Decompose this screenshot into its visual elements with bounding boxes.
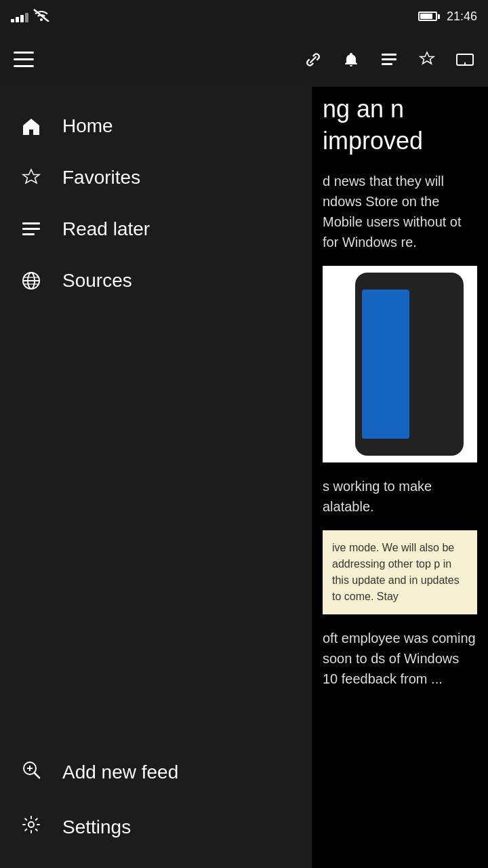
star-icon xyxy=(19,167,43,188)
article-body-2: s working to make alatable. xyxy=(323,476,477,517)
sidebar-item-settings[interactable]: Settings xyxy=(0,800,312,854)
sidebar-item-add-feed[interactable]: Add new feed xyxy=(0,745,312,800)
battery-icon xyxy=(418,12,440,21)
main-content: ng an n improved d news that they will n… xyxy=(0,87,488,868)
notification-icon[interactable] xyxy=(342,50,361,69)
sidebar-item-home[interactable]: Home xyxy=(0,100,312,152)
svg-rect-12 xyxy=(22,233,35,235)
svg-rect-11 xyxy=(22,228,40,230)
link-icon[interactable] xyxy=(304,50,323,69)
sidebar-item-read-later[interactable]: Read later xyxy=(0,203,312,255)
article-title: ng an n improved xyxy=(323,94,477,157)
phone-screen xyxy=(362,290,409,439)
article-snippet: ive mode. We will also be addressing oth… xyxy=(323,530,477,614)
settings-icon xyxy=(19,814,43,840)
svg-rect-5 xyxy=(382,58,396,60)
sidebar-add-feed-label: Add new feed xyxy=(62,762,178,783)
svg-rect-10 xyxy=(22,222,40,224)
sidebar-drawer: Home Favorites Read la xyxy=(0,87,312,868)
sidebar-home-label: Home xyxy=(62,115,113,137)
toolbar-right xyxy=(304,50,474,69)
favorites-icon[interactable] xyxy=(418,50,436,69)
menu-icon[interactable] xyxy=(14,52,34,68)
status-bar: 21:46 xyxy=(0,0,488,33)
article-image xyxy=(323,266,477,462)
sidebar-item-favorites[interactable]: Favorites xyxy=(0,152,312,203)
cast-icon[interactable] xyxy=(455,50,474,69)
toolbar-left xyxy=(14,52,34,68)
svg-rect-2 xyxy=(14,58,34,60)
wifi-icon xyxy=(33,8,50,25)
signal-icon xyxy=(11,10,28,22)
sidebar-read-later-label: Read later xyxy=(62,218,150,240)
svg-point-22 xyxy=(28,822,34,827)
article-body-3: oft employee was coming soon to ds of Wi… xyxy=(323,628,477,689)
svg-rect-3 xyxy=(14,65,34,67)
svg-line-19 xyxy=(35,773,40,778)
article-body-1: d news that they will ndows Store on the… xyxy=(323,171,477,252)
phone-mockup xyxy=(355,273,464,456)
home-icon xyxy=(19,116,43,136)
globe-icon xyxy=(19,271,43,291)
sidebar-sources-label: Sources xyxy=(62,270,132,292)
status-right: 21:46 xyxy=(418,9,477,24)
app-toolbar xyxy=(0,33,488,87)
article-area: ng an n improved d news that they will n… xyxy=(312,87,488,868)
sidebar-nav: Home Favorites Read la xyxy=(0,87,312,745)
time-display: 21:46 xyxy=(447,9,477,24)
read-later-icon xyxy=(19,219,43,239)
svg-rect-6 xyxy=(382,63,392,65)
svg-rect-1 xyxy=(14,52,34,54)
svg-rect-4 xyxy=(382,54,396,56)
reading-list-icon[interactable] xyxy=(380,50,399,69)
sidebar-bottom: Add new feed Settings xyxy=(0,745,312,868)
add-feed-icon xyxy=(19,760,43,785)
sidebar-settings-label: Settings xyxy=(62,816,131,838)
sidebar-favorites-label: Favorites xyxy=(62,167,140,189)
sidebar-item-sources[interactable]: Sources xyxy=(0,255,312,307)
status-left xyxy=(11,8,50,25)
